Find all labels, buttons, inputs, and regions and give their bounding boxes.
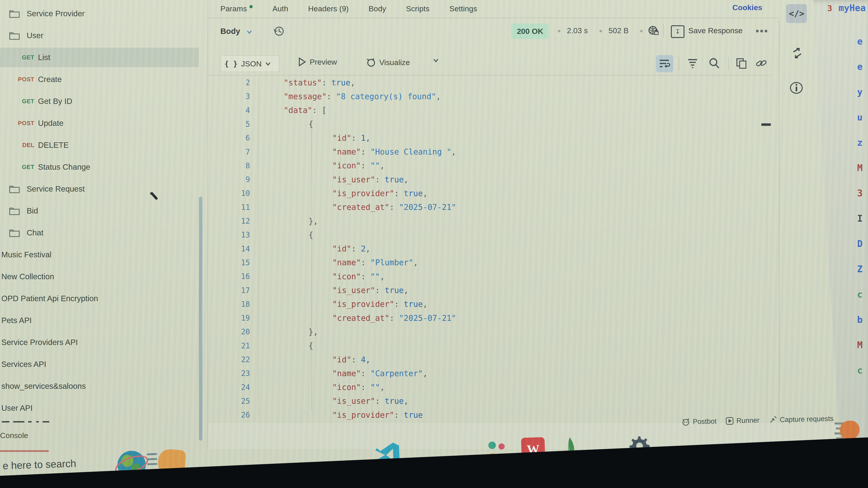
code-scroll-thumb[interactable] (761, 123, 771, 126)
format-select-value: JSON (241, 59, 262, 68)
meta-dot (558, 30, 560, 32)
response-meta-row: Body 200 OK 2.03 s 502 B ↧ Save Response (0, 23, 868, 41)
code-scroll-track[interactable] (767, 77, 767, 418)
tab-headers-9-[interactable]: Headers (9) (308, 4, 349, 13)
tab-body[interactable]: Body (369, 4, 386, 13)
sidebar-item-service-providers-api[interactable]: Service Providers API (0, 332, 199, 352)
indent-guide (311, 350, 312, 411)
postman-window: Service ProviderUserGETListPOSTCreateGET… (0, 0, 868, 488)
more-options-icon[interactable] (756, 30, 767, 32)
sidebar-item-show-services-saloons[interactable]: show_services&saloons (0, 377, 199, 396)
sidebar-item-bid[interactable]: Bid (0, 201, 199, 221)
save-icon[interactable]: ↧ (671, 25, 684, 38)
modified-dot-icon (250, 5, 252, 8)
link-icon[interactable] (755, 57, 768, 70)
tab-scripts[interactable]: Scripts (406, 4, 430, 13)
tab-params[interactable]: Params (220, 4, 252, 13)
postbot-button[interactable]: Postbot (682, 417, 717, 426)
second-screen-char-column: eeyuzM3IDZcbMc (857, 36, 863, 390)
response-view-toolbar: { } JSON Preview Visualize (0, 54, 868, 74)
chevron-down-icon (265, 61, 271, 67)
magic-wand-icon (366, 57, 376, 67)
play-icon (298, 57, 306, 66)
visualize-button[interactable]: Visualize (366, 57, 410, 67)
indent-guide (311, 129, 312, 217)
sidebar-item-chat[interactable]: Chat (0, 223, 199, 242)
sidebar-item-status-change[interactable]: GETStatus Change (0, 157, 199, 177)
search-icon[interactable] (708, 57, 721, 70)
separator (663, 24, 664, 37)
separator (679, 57, 679, 71)
filter-icon[interactable] (686, 57, 699, 70)
sidebar-item-update[interactable]: POSTUpdate (0, 113, 199, 133)
gutter-divider (258, 77, 258, 418)
view-more-dropdown[interactable] (433, 57, 439, 63)
copy-icon[interactable] (735, 57, 748, 70)
response-json-viewer: 2"status": true,3"message": "8 category(… (208, 76, 778, 420)
taskbar-search[interactable]: e here to search (2, 457, 76, 472)
tabbar-divider (208, 18, 778, 18)
code-snippet-button[interactable]: </> (786, 4, 807, 23)
sidebar-item-new-collection[interactable]: New Collection (0, 267, 199, 286)
meta-dot (599, 30, 602, 32)
second-screen-code-line: 3myHea (827, 3, 866, 13)
widget-lines-icon (147, 450, 159, 462)
indent-guide (311, 239, 312, 327)
console-button[interactable]: Console (0, 431, 28, 440)
sidebar-item-delete[interactable]: DELDELETE (0, 135, 199, 155)
chevron-down-icon[interactable] (246, 29, 252, 35)
preview-button[interactable]: Preview (298, 57, 337, 66)
format-select[interactable]: { } JSON (220, 55, 280, 72)
toolbar-divider (208, 75, 770, 75)
wrap-text-button[interactable] (656, 55, 673, 72)
console-active-bar (0, 450, 49, 452)
sidebar-item-pets-api[interactable]: Pets API (0, 311, 199, 330)
tab-settings[interactable]: Settings (450, 4, 477, 13)
sidebar-item-user-api[interactable]: User API (0, 398, 199, 418)
sidebar-scrollbar[interactable] (199, 197, 202, 441)
capture-requests-button[interactable]: Capture requests (768, 414, 834, 424)
runner-icon (725, 417, 734, 425)
postbot-icon (682, 418, 690, 426)
braces-icon: { } (224, 59, 238, 68)
sidebar-drag-placeholder (2, 421, 92, 422)
runner-button[interactable]: Runner (725, 416, 760, 425)
info-icon[interactable] (789, 81, 803, 95)
network-security-icon[interactable] (647, 24, 660, 37)
sidebar-item-services-api[interactable]: Services API (0, 355, 199, 374)
separator (728, 57, 729, 71)
tab-auth[interactable]: Auth (272, 4, 288, 13)
response-body-label[interactable]: Body (220, 27, 240, 36)
sync-arrows-icon[interactable] (790, 46, 804, 60)
save-response-button[interactable]: Save Response (688, 26, 743, 35)
request-tab-bar: ParamsAuthHeaders (9)BodyScriptsSettings (220, 2, 477, 15)
sidebar-item-service-request[interactable]: Service Request (0, 179, 199, 199)
response-time: 2.03 s (567, 26, 588, 35)
sidebar-item-opd-patient-api-encryption[interactable]: OPD Patient Api Encryption (0, 289, 199, 308)
meta-dot (640, 30, 643, 32)
capture-icon (768, 416, 777, 424)
status-badge: 200 OK (511, 24, 549, 39)
right-strip-divider (779, 20, 779, 422)
response-size: 502 B (609, 26, 629, 35)
sidebar-item-get-by-id[interactable]: GETGet By ID (0, 92, 199, 111)
history-icon[interactable] (272, 25, 285, 37)
cookies-link[interactable]: Cookies (733, 3, 762, 12)
sidebar-item-service-provider[interactable]: Service Provider (0, 4, 199, 23)
sidebar-item-music-festival[interactable]: Music Festival (0, 245, 199, 264)
